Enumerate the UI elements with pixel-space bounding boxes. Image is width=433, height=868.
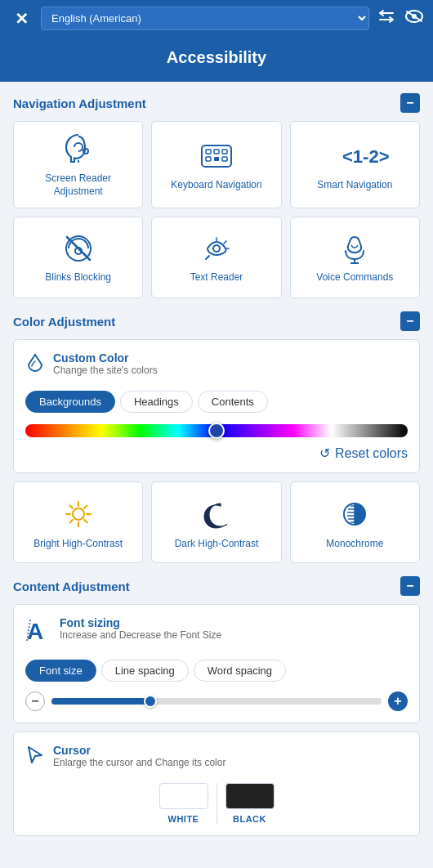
hide-icon[interactable] [405,10,423,27]
font-size-tab[interactable]: Font size [25,660,96,682]
cursor-white-swatch [159,783,208,809]
cursor-text: Cursor Enlarge the cursor and Change its… [53,744,225,768]
close-button[interactable]: ✕ [10,7,33,30]
dark-high-contrast-card[interactable]: Dark High-Contrast [151,481,281,563]
keyboard-nav-label: Keyboard Navigation [171,179,261,192]
svg-point-16 [213,245,220,252]
color-section-title: Color Adjustment [13,315,115,329]
color-slider-thumb [208,423,225,439]
cursor-divider [216,783,217,824]
navigation-collapse-button[interactable]: − [400,93,420,113]
voice-icon [339,232,370,265]
navigation-section-title: Navigation Adjustment [13,96,146,110]
svg-point-2 [412,14,417,19]
tab-headings[interactable]: Headings [120,391,193,413]
cursor-options: WHITE BLACK [25,783,408,824]
content-collapse-button[interactable]: − [400,576,420,596]
contrast-grid: Bright High-Contrast Dark High-Contrast [13,481,420,563]
voice-commands-card[interactable]: Voice Commands [290,217,420,298]
color-slider[interactable] [25,424,408,437]
monochrome-icon [339,497,370,531]
ear-icon [63,133,94,166]
dark-high-contrast-label: Dark High-Contrast [175,538,259,549]
cursor-header: Cursor Enlarge the cursor and Change its… [25,744,408,772]
color-tabs: Backgrounds Headings Contents [25,391,408,413]
navigation-section: Navigation Adjustment − Screen ReaderAdj… [13,93,420,298]
keyboard-icon [200,140,233,172]
color-section: Color Adjustment − Custom Color Change t… [13,311,420,563]
moon-icon [201,497,232,531]
font-slider-row: − + [25,691,408,711]
smart-nav-card[interactable]: <1-2> Smart Navigation [290,121,420,208]
reset-colors-label: Reset colors [335,446,408,461]
screen-reader-card[interactable]: Screen ReaderAdjustment [13,121,143,208]
language-select[interactable]: English (American) Spanish French German [41,7,369,30]
page-title: Accessibility [0,48,433,67]
cursor-black-option[interactable]: BLACK [225,783,275,824]
custom-color-text: Custom Color Change the site's colors [53,351,158,376]
svg-rect-10 [214,157,219,161]
custom-color-description: Change the site's colors [53,365,158,376]
tab-backgrounds[interactable]: Backgrounds [25,391,115,413]
custom-color-header: Custom Color Change the site's colors [25,351,408,381]
font-size-slider[interactable] [51,698,382,705]
blinks-icon [63,232,94,265]
blinks-blocking-card[interactable]: Blinks Blocking [13,217,143,298]
svg-text:A: A [27,619,43,644]
line-spacing-tab[interactable]: Line spacing [101,660,189,682]
font-sizing-description: Increase and Decrease the Font Size [60,629,221,641]
svg-line-27 [69,520,73,523]
navigation-section-header: Navigation Adjustment − [13,93,420,113]
navigation-grid: Screen ReaderAdjustment Keyboard Navigat [13,121,420,298]
cursor-heading: Cursor [53,744,225,757]
svg-rect-5 [202,145,231,167]
cursor-panel: Cursor Enlarge the cursor and Change its… [13,732,420,836]
svg-rect-8 [222,150,227,154]
bright-high-contrast-card[interactable]: Bright High-Contrast [13,481,143,563]
color-section-header: Color Adjustment − [13,311,420,331]
top-bar-icons [377,10,423,27]
page-header: Accessibility [0,37,433,82]
text-reader-icon [201,232,232,265]
font-size-decrease-button[interactable]: − [25,691,45,711]
cursor-icon [25,744,45,772]
custom-color-heading: Custom Color [53,351,158,365]
svg-text:<1-2>: <1-2> [342,146,390,167]
main-content: Navigation Adjustment − Screen ReaderAdj… [0,82,433,861]
word-spacing-tab[interactable]: Word spacing [194,660,286,682]
cursor-black-label: BLACK [233,814,266,824]
color-collapse-button[interactable]: − [400,311,420,331]
svg-rect-6 [206,150,211,154]
svg-rect-9 [206,157,211,161]
cursor-description: Enlarge the cursor and Change its color [53,757,225,768]
smart-nav-label: Smart Navigation [317,179,392,192]
content-section-title: Content Adjustment [13,579,130,593]
color-drop-icon [25,353,45,381]
font-tabs: Font size Line spacing Word spacing [25,660,408,682]
svg-line-24 [69,506,73,509]
font-size-increase-button[interactable]: + [388,691,408,711]
reset-colors-button[interactable]: ↺ Reset colors [25,445,408,461]
text-reader-label: Text Reader [190,271,243,284]
font-sizing-text: Font sizing Increase and Decrease the Fo… [60,616,221,641]
text-reader-card[interactable]: Text Reader [151,217,281,298]
reset-icon: ↺ [319,445,330,461]
monochrome-label: Monochrome [326,538,383,549]
svg-line-15 [67,237,90,260]
slider-thumb [144,695,157,708]
swap-icon[interactable] [377,10,395,27]
cursor-white-option[interactable]: WHITE [159,783,208,824]
cursor-black-swatch [225,783,275,809]
monochrome-card[interactable]: Monochrome [290,481,420,563]
svg-point-19 [73,508,84,520]
voice-commands-label: Voice Commands [316,271,393,284]
cursor-white-label: WHITE [168,814,199,824]
svg-line-25 [84,520,87,523]
tab-contents[interactable]: Contents [198,391,268,413]
blinks-blocking-label: Blinks Blocking [45,271,111,284]
bright-high-contrast-label: Bright High-Contrast [33,538,123,549]
font-sizing-panel: A Font sizing Increase and Decrease the … [13,604,420,723]
slider-fill [51,698,150,705]
font-sizing-icon: A [25,616,51,650]
keyboard-nav-card[interactable]: Keyboard Navigation [151,121,281,208]
